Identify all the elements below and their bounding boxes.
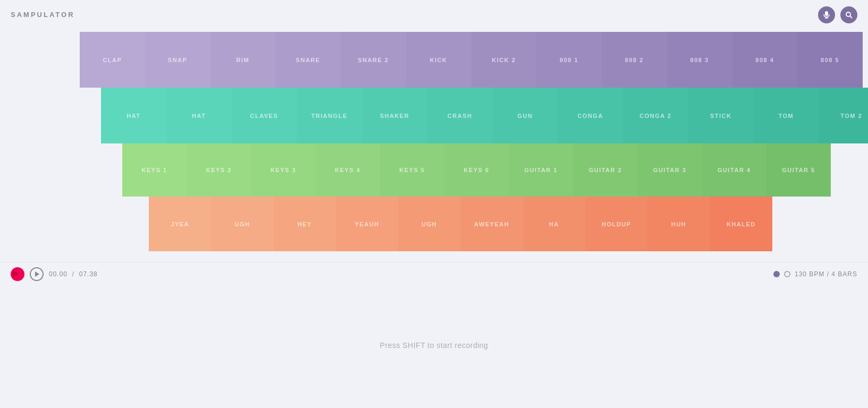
header-icons <box>818 6 857 23</box>
search-button[interactable] <box>840 6 857 23</box>
pad-row4-9[interactable]: HUH <box>647 197 710 251</box>
pad-row1-2[interactable]: SNAP <box>145 32 210 88</box>
pad-row4-5[interactable]: UGH <box>398 197 460 251</box>
pad-row3-2[interactable]: KEYS 2 <box>187 143 251 197</box>
pad-row2-6[interactable]: CRASH <box>427 88 493 143</box>
pad-row4-6[interactable]: AWEYEAH <box>460 197 523 251</box>
pad-row3-3[interactable]: KEYS 3 <box>251 143 315 197</box>
pad-row2-12[interactable]: TOM 2 <box>819 88 868 143</box>
hint-text: Press SHIFT to start recording <box>380 341 488 350</box>
pad-row1-6[interactable]: KICK <box>406 32 471 88</box>
pad-area: CLAPSNAPRIMSNARESNARE 2KICKKICK 2808 180… <box>80 32 868 251</box>
bpm-dot-outline <box>784 271 790 277</box>
pad-row4-1[interactable]: JYEA <box>149 197 211 251</box>
mic-button[interactable] <box>818 6 835 23</box>
svg-line-4 <box>850 16 852 18</box>
pad-row4-3[interactable]: HEY <box>274 197 336 251</box>
pad-row3-4[interactable]: KEYS 4 <box>316 143 380 197</box>
pad-row2-8[interactable]: CONGA <box>558 88 623 143</box>
pad-row2-2[interactable]: HAT <box>166 88 232 143</box>
pad-row1-7[interactable]: KICK 2 <box>471 32 537 88</box>
pad-row1-12[interactable]: 808 5 <box>797 32 863 88</box>
pad-row3-6[interactable]: KEYS 6 <box>444 143 509 197</box>
transport-bar: 00.00 / 07.38 130 BPM / 4 BARS <box>0 262 868 286</box>
pad-row1-3[interactable]: RIM <box>210 32 276 88</box>
pad-row2-11[interactable]: TOM <box>754 88 819 143</box>
svg-point-3 <box>846 12 850 16</box>
vocal-row: JYEAUGHHEYYEAUHUGHAWEYEAHHAHOLDUPHUHKHAL… <box>149 197 772 251</box>
app-logo: SAMPULATOR <box>11 11 75 19</box>
pad-row3-8[interactable]: GUITAR 2 <box>573 143 637 197</box>
pad-row2-5[interactable]: SHAKER <box>362 88 427 143</box>
pad-row4-8[interactable]: HOLDUP <box>585 197 647 251</box>
pad-row1-8[interactable]: 808 1 <box>536 32 602 88</box>
pad-row1-5[interactable]: SNARE 2 <box>341 32 406 88</box>
recording-hint: Press SHIFT to start recording <box>0 341 868 350</box>
pad-row3-5[interactable]: KEYS 5 <box>380 143 444 197</box>
svg-rect-0 <box>825 11 828 16</box>
pad-row3-7[interactable]: GUITAR 1 <box>509 143 573 197</box>
pad-row1-4[interactable]: SNARE <box>275 32 341 88</box>
pad-row3-11[interactable]: GUITAR 5 <box>766 143 831 197</box>
time-current: 00.00 <box>49 270 68 278</box>
pad-row2-10[interactable]: STICK <box>688 88 754 143</box>
time-total: 07.38 <box>79 270 98 278</box>
transport-left: 00.00 / 07.38 <box>11 267 98 281</box>
bpm-dot-filled <box>773 271 780 277</box>
pad-row1-9[interactable]: 808 2 <box>602 32 667 88</box>
pad-row2-1[interactable]: HAT <box>101 88 166 143</box>
pad-row2-4[interactable]: TRIANGLE <box>297 88 362 143</box>
pad-row3-10[interactable]: GUITAR 4 <box>702 143 766 197</box>
pad-row3-9[interactable]: GUITAR 3 <box>638 143 702 197</box>
pad-row2-9[interactable]: CONGA 2 <box>623 88 688 143</box>
pad-row1-11[interactable]: 808 4 <box>732 32 798 88</box>
header: SAMPULATOR <box>0 0 868 29</box>
cymbal-row: HATHATCLAVESTRIANGLESHAKERCRASHGUNCONGAC… <box>101 88 868 143</box>
pad-row4-4[interactable]: YEAUH <box>336 197 398 251</box>
record-button[interactable] <box>11 267 24 281</box>
pad-row1-1[interactable]: CLAP <box>80 32 145 88</box>
transport-right: 130 BPM / 4 BARS <box>773 270 857 278</box>
bpm-label: 130 BPM / 4 BARS <box>795 270 857 278</box>
pad-row4-10[interactable]: KHALED <box>710 197 772 251</box>
play-button[interactable] <box>30 267 44 281</box>
transport-time: 00.00 / 07.38 <box>49 270 98 278</box>
pad-row2-7[interactable]: GUN <box>493 88 558 143</box>
pad-row1-10[interactable]: 808 3 <box>667 32 732 88</box>
drum-row: CLAPSNAPRIMSNARESNARE 2KICKKICK 2808 180… <box>80 32 863 88</box>
pad-row4-2[interactable]: UGH <box>211 197 273 251</box>
pad-row2-3[interactable]: CLAVES <box>232 88 297 143</box>
keys-row: KEYS 1KEYS 2KEYS 3KEYS 4KEYS 5KEYS 6GUIT… <box>122 143 831 197</box>
pad-row3-1[interactable]: KEYS 1 <box>122 143 187 197</box>
pad-row4-7[interactable]: HA <box>523 197 585 251</box>
